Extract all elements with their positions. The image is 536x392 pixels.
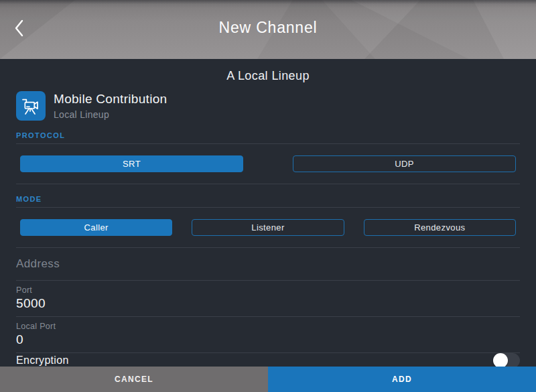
add-button[interactable]: ADD (268, 367, 536, 392)
mode-option-listener[interactable]: Listener (192, 219, 344, 236)
new-channel-screen: New Channel A Local Lineup Mobile Contri… (0, 0, 536, 392)
mode-option-caller[interactable]: Caller (20, 219, 172, 236)
channel-name: Mobile Contribution (54, 92, 167, 107)
back-button[interactable] (4, 12, 34, 44)
divider (16, 143, 520, 144)
header: New Channel (0, 0, 536, 59)
footer-actions: CANCEL ADD (0, 367, 536, 392)
toggle-knob (493, 353, 508, 367)
protocol-section-label: PROTOCOL (16, 131, 520, 139)
channel-form: A Local Lineup Mobile Contribution Local… (0, 59, 536, 367)
mode-option-rendezvous[interactable]: Rendezvous (364, 219, 516, 236)
divider (16, 184, 520, 184)
divider (16, 207, 520, 208)
port-field-row: Port (16, 281, 520, 316)
cancel-button[interactable]: CANCEL (0, 367, 268, 392)
channel-type: Local Lineup (54, 109, 167, 120)
channel-text: Mobile Contribution Local Lineup (54, 92, 167, 120)
encryption-row: Encryption (16, 353, 520, 367)
protocol-option-udp[interactable]: UDP (293, 155, 516, 172)
header-title: New Channel (0, 19, 536, 37)
port-input[interactable] (16, 296, 520, 311)
page-title: A Local Lineup (0, 69, 536, 83)
local-port-input[interactable] (16, 332, 520, 347)
encryption-toggle[interactable] (493, 353, 520, 367)
address-field-row (16, 248, 520, 280)
mode-section-label: MODE (16, 195, 520, 203)
local-port-field-row: Local Port (16, 317, 520, 352)
video-camera-icon (16, 91, 46, 121)
mode-options: Caller Listener Rendezvous (20, 219, 516, 236)
encryption-label: Encryption (16, 354, 69, 367)
port-label: Port (16, 285, 520, 295)
chevron-left-icon (13, 19, 24, 38)
address-input[interactable] (16, 248, 520, 280)
protocol-options: SRT UDP (20, 155, 516, 172)
channel-summary: Mobile Contribution Local Lineup (16, 91, 520, 121)
local-port-label: Local Port (16, 322, 520, 331)
protocol-option-srt[interactable]: SRT (20, 155, 243, 172)
